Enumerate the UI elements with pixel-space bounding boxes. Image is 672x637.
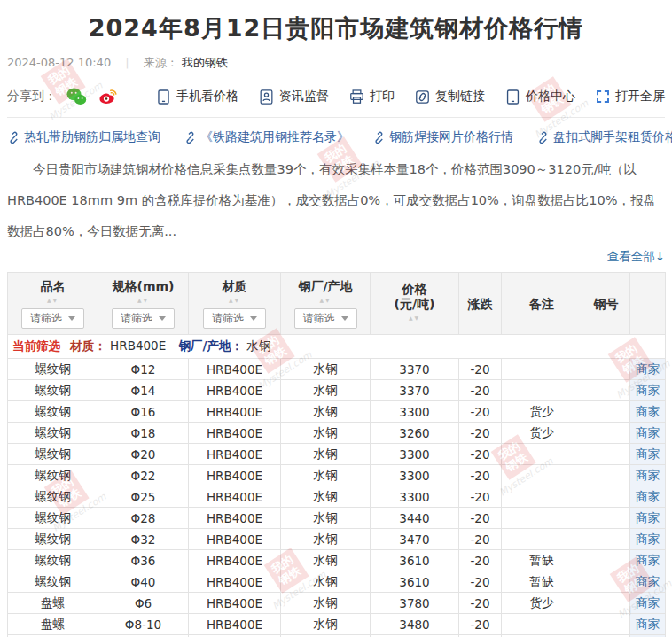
col-header-8 <box>630 273 666 335</box>
col-header-4[interactable]: 价格(元/吨)▲▼ <box>371 273 459 335</box>
cell-merchant: 商家 <box>630 423 666 444</box>
filter-button[interactable]: 请筛选 <box>203 308 266 329</box>
mill-filter-value: 水钢 <box>246 338 270 353</box>
merchant-link[interactable]: 商家 <box>636 425 660 439</box>
phone-icon <box>155 89 172 105</box>
cell-material: HRB400E <box>189 571 281 593</box>
current-filter-label: 当前筛选 <box>12 338 60 353</box>
quicklink-railway-steel-list[interactable]: 《铁路建筑用钢推荐名录》 <box>184 129 349 145</box>
cell-note: 暂缺 <box>502 571 582 593</box>
cell-change: -20 <box>459 359 502 380</box>
cell-spec: Φ18 <box>98 423 189 444</box>
cell-material: HRB400E <box>189 508 281 529</box>
link-icon <box>536 131 550 144</box>
filter-button[interactable]: 请筛选 <box>112 308 175 329</box>
meta-divider: | <box>125 56 129 69</box>
merchant-link[interactable]: 商家 <box>636 404 660 418</box>
cell-merchant: 商家 <box>630 359 666 380</box>
merchant-link[interactable]: 商家 <box>636 553 660 567</box>
weibo-icon[interactable] <box>98 87 118 106</box>
merchant-link[interactable]: 商家 <box>636 383 660 397</box>
toolbar-item-price-center[interactable]: 价格中心 <box>504 89 575 105</box>
merchant-link[interactable]: 商家 <box>636 489 660 503</box>
cell-merchant: 商家 <box>630 529 666 550</box>
cell-change: -20 <box>459 465 502 486</box>
sort-arrows-icon[interactable]: ▲▼ <box>100 297 186 304</box>
source-name: 我的钢铁 <box>182 56 228 69</box>
source-label: 来源： <box>144 56 178 69</box>
merchant-link[interactable]: 商家 <box>636 595 660 610</box>
wechat-icon[interactable] <box>66 87 87 106</box>
cell-note <box>502 359 582 380</box>
merchant-link[interactable]: 商家 <box>636 574 660 588</box>
chevron-down-icon <box>68 316 75 321</box>
cell-merchant: 商家 <box>630 508 666 529</box>
quicklink-scaffold-rental-price[interactable]: 盘扣式脚手架租赁价格 <box>536 129 672 145</box>
sort-arrows-icon[interactable]: ▲▼ <box>10 297 96 304</box>
merchant-link[interactable]: 商家 <box>636 510 660 524</box>
toolbar-item-fullscreen[interactable]: 打开全屏 <box>595 89 665 105</box>
filter-button[interactable]: 请筛选 <box>21 308 84 329</box>
cell-material: HRB400E <box>189 593 281 614</box>
toolbar-item-print[interactable]: 打印 <box>348 89 395 105</box>
quicklink-welded-mesh-price[interactable]: 钢筋焊接网片价格行情 <box>372 129 513 145</box>
weibo-icon-svg <box>98 87 118 106</box>
cell-merchant: 商家 <box>630 486 666 508</box>
cell-change: -20 <box>459 550 502 571</box>
cell-material: HRB400E <box>189 486 281 508</box>
cell-price: 3440 <box>371 508 459 529</box>
col-header-1[interactable]: 规格(mm)▲▼请筛选 <box>98 273 189 335</box>
cell-change: -20 <box>459 444 502 465</box>
toolbar-label: 资讯监督 <box>279 89 329 105</box>
cell-merchant: 商家 <box>630 465 666 486</box>
merchant-link[interactable]: 商家 <box>636 447 660 461</box>
cell-note <box>502 614 582 635</box>
view-all-link[interactable]: 查看全部↓ <box>7 249 665 265</box>
cell-spec: Φ25 <box>98 486 189 508</box>
quicklink-rebar-origin[interactable]: 热轧带肋钢筋归属地查询 <box>7 129 160 145</box>
sort-arrows-icon[interactable]: ▲▼ <box>372 315 457 322</box>
toolbar-item-copy-link[interactable]: 复制链接 <box>414 89 485 105</box>
filter-button[interactable]: 请筛选 <box>294 308 357 329</box>
cell-product-name: 螺纹钢 <box>8 529 98 550</box>
cell-product-name: 螺纹钢 <box>8 380 98 401</box>
cell-merchant: 商家 <box>630 444 666 465</box>
sort-arrows-icon[interactable]: ▲▼ <box>283 297 368 304</box>
cell-note <box>502 486 582 508</box>
table-row: 螺纹钢Φ36HRB400E水钢3610-20暂缺商家 <box>8 550 666 571</box>
col-header-3[interactable]: 钢厂/产地▲▼请筛选 <box>281 273 371 335</box>
table-row: 螺纹钢Φ32HRB400E水钢3470-20商家 <box>8 529 666 550</box>
cell-mill: 水钢 <box>281 444 371 465</box>
toolbar-item-news-monitor[interactable]: 资讯监督 <box>258 89 329 105</box>
cell-mill: 水钢 <box>281 550 371 571</box>
price-center-icon <box>504 89 521 105</box>
share-toolbar-row: 分享到： <box>7 80 665 118</box>
merchant-link[interactable]: 商家 <box>636 361 660 376</box>
toolbar-item-mobile-price[interactable]: 手机看价格 <box>155 89 238 105</box>
merchant-link[interactable]: 商家 <box>636 617 660 631</box>
cell-steel-no <box>582 423 630 444</box>
col-header-0[interactable]: 品名▲▼请筛选 <box>8 273 98 335</box>
monitor-icon <box>258 89 275 105</box>
article-meta: 2024-08-12 10:40 | 来源： 我的钢铁 <box>7 48 665 80</box>
table-row: 螺纹钢Φ16HRB400E水钢3300-20货少商家 <box>8 401 666 423</box>
cell-change: -20 <box>459 593 502 614</box>
cell-material: HRB400E <box>189 550 281 571</box>
cell-spec: Φ40 <box>98 571 189 593</box>
cell-merchant: 商家 <box>630 593 666 614</box>
table-header-row: 品名▲▼请筛选规格(mm)▲▼请筛选材质▲▼请筛选钢厂/产地▲▼请筛选价格(元/… <box>8 273 666 335</box>
cell-spec: Φ6 <box>98 593 189 614</box>
cell-note <box>502 529 582 550</box>
col-header-2[interactable]: 材质▲▼请筛选 <box>189 273 281 335</box>
cell-change: -20 <box>459 529 502 550</box>
chevron-down-icon <box>250 316 257 321</box>
cell-mill: 水钢 <box>281 508 371 529</box>
cell-mill: 水钢 <box>281 571 371 593</box>
cell-note: 货少 <box>502 423 582 444</box>
merchant-link[interactable]: 商家 <box>636 532 660 546</box>
page-title: 2024年8月12日贵阳市场建筑钢材价格行情 <box>7 12 665 44</box>
cell-change: -20 <box>459 486 502 508</box>
merchant-link[interactable]: 商家 <box>636 468 660 482</box>
quick-links-row: 热轧带肋钢筋归属地查询 《铁路建筑用钢推荐名录》 钢筋焊接网片价格行情 <box>7 118 665 152</box>
sort-arrows-icon[interactable]: ▲▼ <box>191 297 278 304</box>
